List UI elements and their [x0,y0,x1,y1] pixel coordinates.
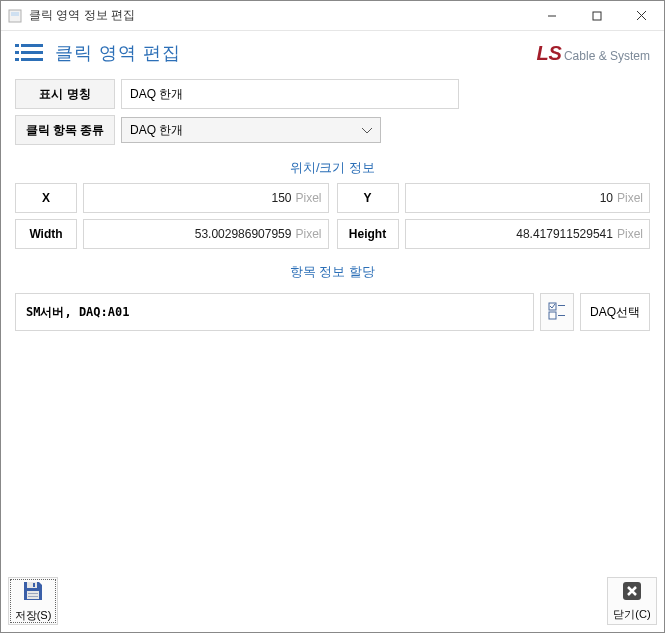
titlebar: 클릭 영역 정보 편집 [1,1,664,31]
page-title: 클릭 영역 편집 [55,41,181,65]
close-button[interactable] [619,1,664,30]
position-section-title: 위치/크기 정보 [15,151,650,183]
assign-text: SM서버, DAQ:A01 [15,293,534,331]
svg-rect-7 [21,44,43,47]
save-label: 저장(S) [15,608,52,623]
close-label: 닫기(C) [613,607,650,622]
svg-rect-14 [549,312,556,319]
width-value-field[interactable]: 53.002986907959Pixel [83,219,329,249]
brand-logo: LS Cable & System [536,42,650,65]
click-type-label: 클릭 항목 종류 [15,115,115,145]
svg-rect-1 [11,12,19,16]
click-type-value: DAQ 한개 [130,122,183,139]
display-name-input[interactable] [121,79,459,109]
x-label: X [15,183,77,213]
height-label: Height [337,219,399,249]
y-label: Y [337,183,399,213]
minimize-button[interactable] [529,1,574,30]
svg-rect-20 [28,596,38,597]
header: 클릭 영역 편집 LS Cable & System [1,31,664,75]
app-icon [7,8,23,24]
titlebar-text: 클릭 영역 정보 편집 [29,7,529,24]
height-value-field[interactable]: 48.417911529541Pixel [405,219,651,249]
menu-lines-icon [15,42,43,64]
checklist-icon [548,302,566,323]
y-value-field[interactable]: 10Pixel [405,183,651,213]
brand-sub: Cable & System [564,49,650,63]
maximize-button[interactable] [574,1,619,30]
click-type-select[interactable]: DAQ 한개 [121,117,381,143]
chevron-down-icon [362,123,372,137]
width-label: Width [15,219,77,249]
x-value-field[interactable]: 150Pixel [83,183,329,213]
svg-rect-15 [558,315,565,316]
svg-rect-8 [15,51,19,54]
daq-select-button[interactable]: DAQ선택 [580,293,650,331]
svg-rect-18 [27,591,39,599]
svg-rect-9 [21,51,43,54]
checklist-button[interactable] [540,293,574,331]
svg-rect-11 [21,58,43,61]
close-dialog-button[interactable]: 닫기(C) [607,577,657,625]
save-button[interactable]: 저장(S) [8,577,58,625]
svg-rect-13 [558,305,565,306]
svg-rect-3 [593,12,601,20]
close-x-icon [621,580,643,605]
svg-rect-17 [33,583,35,587]
svg-rect-10 [15,58,19,61]
svg-rect-19 [28,593,38,594]
display-name-label: 표시 명칭 [15,79,115,109]
svg-rect-16 [27,582,37,588]
assign-section-title: 항목 정보 할당 [15,255,650,287]
brand-main: LS [536,42,562,65]
save-disk-icon [21,579,45,606]
svg-rect-6 [15,44,19,47]
